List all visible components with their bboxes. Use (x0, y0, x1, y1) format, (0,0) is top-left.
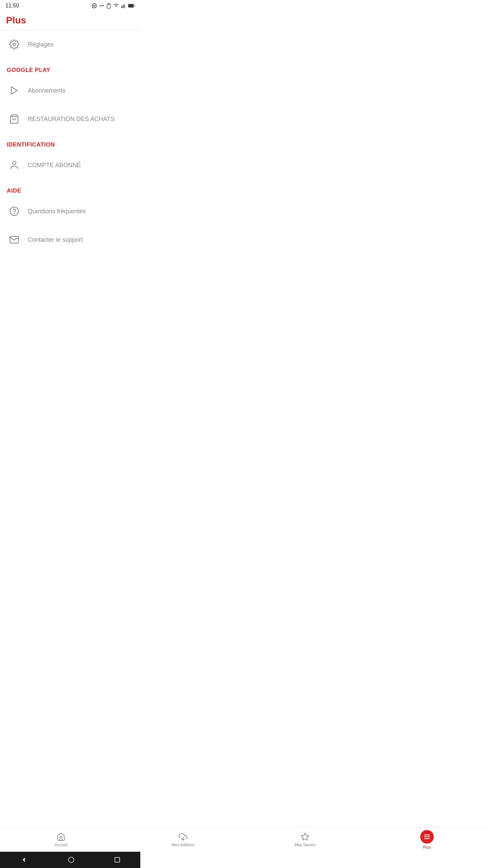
svg-rect-9 (123, 5, 123, 8)
dots-status-icon (99, 3, 104, 8)
svg-rect-8 (121, 6, 122, 8)
battery-status-icon (128, 3, 135, 8)
mail-icon (7, 232, 22, 247)
restauration-label: RESTAURATION DES ACHATS (28, 116, 115, 123)
menu-item-reglages[interactable]: Réglages (0, 30, 140, 59)
reglages-label: Réglages (28, 41, 54, 48)
abonnements-label: Abonnements (28, 87, 65, 94)
page-title: Plus (6, 15, 134, 26)
svg-point-18 (10, 207, 19, 216)
menu-item-support[interactable]: Contacter le support (0, 225, 140, 254)
status-icons (92, 3, 135, 8)
section-header-identification: IDENTIFICATION (0, 133, 140, 151)
gear-icon (7, 37, 22, 52)
play-icon (7, 83, 22, 98)
content-area: Réglages GOOGLE PLAY Abonnements RESTAUR… (0, 30, 140, 281)
bag-icon (7, 112, 22, 126)
menu-item-faq[interactable]: Questions fréquentes (0, 197, 140, 225)
section-title-google-play: GOOGLE PLAY (7, 67, 50, 73)
settings-status-icon (92, 3, 97, 8)
menu-item-restauration[interactable]: RESTAURATION DES ACHATS (0, 105, 140, 133)
svg-point-17 (13, 161, 16, 165)
question-icon (7, 204, 22, 219)
status-time: 11:50 (5, 3, 19, 9)
faq-label: Questions fréquentes (28, 208, 86, 215)
person-icon (7, 158, 22, 173)
svg-point-2 (101, 5, 102, 6)
section-header-aide: AIDE (0, 179, 140, 197)
support-label: Contacter le support (28, 236, 83, 243)
section-header-google-play: GOOGLE PLAY (0, 59, 140, 76)
menu-item-abonnements[interactable]: Abonnements (0, 76, 140, 105)
sdcard-status-icon (106, 3, 111, 8)
menu-item-compte[interactable]: COMPTE ABONNÉ (0, 151, 140, 179)
svg-rect-13 (129, 4, 133, 7)
wifi-status-icon (113, 3, 119, 8)
svg-rect-11 (125, 3, 126, 8)
page-title-bar: Plus (0, 10, 140, 30)
compte-label: COMPTE ABONNÉ (28, 162, 81, 169)
svg-point-14 (13, 43, 16, 46)
section-title-identification: IDENTIFICATION (7, 141, 55, 148)
section-title-aide: AIDE (7, 188, 21, 194)
svg-point-1 (100, 5, 101, 6)
svg-point-3 (103, 5, 104, 6)
svg-rect-10 (124, 4, 124, 8)
svg-marker-15 (11, 87, 17, 95)
signal-status-icon (121, 3, 126, 8)
svg-point-0 (94, 5, 95, 6)
status-bar: 11:50 (0, 0, 140, 10)
